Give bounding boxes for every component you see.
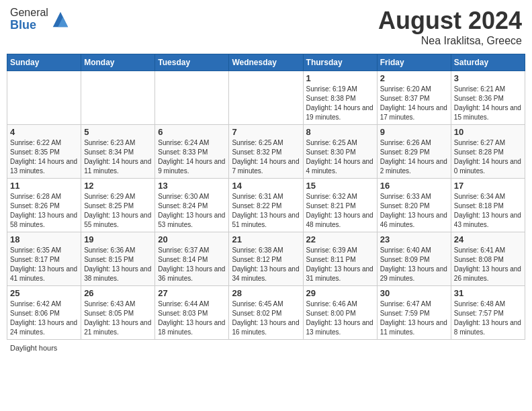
day-number: 11 [10,181,78,191]
calendar-cell: 13Sunrise: 6:30 AMSunset: 8:24 PMDayligh… [155,179,229,232]
logo: General Blue [10,7,71,32]
day-number: 29 [306,288,374,298]
calendar-table: SundayMondayTuesdayWednesdayThursdayFrid… [7,54,525,340]
calendar-cell [81,71,155,125]
day-info: Sunrise: 6:24 AMSunset: 8:33 PMDaylight:… [158,138,226,176]
day-of-week-header: Thursday [303,54,377,71]
day-of-week-header: Monday [81,54,155,71]
day-number: 28 [232,288,300,298]
day-number: 20 [158,234,226,244]
calendar-cell: 12Sunrise: 6:29 AMSunset: 8:25 PMDayligh… [81,179,155,232]
day-info: Sunrise: 6:27 AMSunset: 8:28 PMDaylight:… [454,138,522,176]
day-info: Sunrise: 6:35 AMSunset: 8:17 PMDaylight:… [10,246,78,283]
day-info: Sunrise: 6:38 AMSunset: 8:12 PMDaylight:… [232,246,300,283]
calendar-cell: 6Sunrise: 6:24 AMSunset: 8:33 PMDaylight… [155,125,229,179]
calendar-cell [229,71,303,125]
calendar-week-row: 25Sunrise: 6:42 AMSunset: 8:06 PMDayligh… [7,286,525,340]
logo-general-text: General [10,7,48,18]
day-number: 31 [454,288,522,298]
calendar-cell: 26Sunrise: 6:43 AMSunset: 8:05 PMDayligh… [81,286,155,340]
calendar-cell: 23Sunrise: 6:40 AMSunset: 8:09 PMDayligh… [377,232,451,286]
day-number: 3 [454,73,522,83]
calendar-cell: 22Sunrise: 6:39 AMSunset: 8:11 PMDayligh… [303,232,377,286]
day-info: Sunrise: 6:40 AMSunset: 8:09 PMDaylight:… [380,246,448,283]
day-info: Sunrise: 6:26 AMSunset: 8:29 PMDaylight:… [380,138,448,176]
day-info: Sunrise: 6:33 AMSunset: 8:20 PMDaylight:… [380,192,448,230]
day-info: Sunrise: 6:36 AMSunset: 8:15 PMDaylight:… [84,246,152,283]
day-info: Sunrise: 6:37 AMSunset: 8:14 PMDaylight:… [158,246,226,283]
day-number: 10 [454,127,522,137]
day-number: 2 [380,73,448,83]
day-info: Sunrise: 6:22 AMSunset: 8:35 PMDaylight:… [10,138,78,176]
day-info: Sunrise: 6:47 AMSunset: 7:59 PMDaylight:… [380,300,448,337]
calendar-cell: 4Sunrise: 6:22 AMSunset: 8:35 PMDaylight… [7,125,81,179]
calendar-cell [7,71,81,125]
calendar-cell: 5Sunrise: 6:23 AMSunset: 8:34 PMDaylight… [81,125,155,179]
day-number: 19 [84,234,152,244]
day-of-week-header: Saturday [451,54,525,71]
day-info: Sunrise: 6:41 AMSunset: 8:08 PMDaylight:… [454,246,522,283]
calendar-header: SundayMondayTuesdayWednesdayThursdayFrid… [7,54,525,71]
calendar-cell: 20Sunrise: 6:37 AMSunset: 8:14 PMDayligh… [155,232,229,286]
calendar-week-row: 11Sunrise: 6:28 AMSunset: 8:26 PMDayligh… [7,179,525,232]
day-info: Sunrise: 6:23 AMSunset: 8:34 PMDaylight:… [84,138,152,176]
day-info: Sunrise: 6:42 AMSunset: 8:06 PMDaylight:… [10,300,78,337]
calendar-cell: 27Sunrise: 6:44 AMSunset: 8:03 PMDayligh… [155,286,229,340]
day-number: 15 [306,181,374,191]
day-number: 18 [10,234,78,244]
day-info: Sunrise: 6:48 AMSunset: 7:57 PMDaylight:… [454,300,522,337]
calendar-week-row: 4Sunrise: 6:22 AMSunset: 8:35 PMDaylight… [7,125,525,179]
day-number: 4 [10,127,78,137]
day-info: Sunrise: 6:28 AMSunset: 8:26 PMDaylight:… [10,192,78,230]
day-info: Sunrise: 6:19 AMSunset: 8:38 PMDaylight:… [306,85,374,122]
day-info: Sunrise: 6:45 AMSunset: 8:02 PMDaylight:… [232,300,300,337]
day-number: 12 [84,181,152,191]
day-number: 27 [158,288,226,298]
day-info: Sunrise: 6:43 AMSunset: 8:05 PMDaylight:… [84,300,152,337]
calendar-cell: 31Sunrise: 6:48 AMSunset: 7:57 PMDayligh… [451,286,525,340]
day-number: 14 [232,181,300,191]
day-info: Sunrise: 6:46 AMSunset: 8:00 PMDaylight:… [306,300,374,337]
calendar-cell: 15Sunrise: 6:32 AMSunset: 8:21 PMDayligh… [303,179,377,232]
day-info: Sunrise: 6:25 AMSunset: 8:32 PMDaylight:… [232,138,300,176]
calendar-subtitle: Nea Iraklitsa, Greece [378,35,522,47]
day-number: 13 [158,181,226,191]
day-info: Sunrise: 6:20 AMSunset: 8:37 PMDaylight:… [380,85,448,122]
day-info: Sunrise: 6:25 AMSunset: 8:30 PMDaylight:… [306,138,374,176]
day-number: 1 [306,73,374,83]
calendar-cell: 10Sunrise: 6:27 AMSunset: 8:28 PMDayligh… [451,125,525,179]
day-of-week-header: Sunday [7,54,81,71]
calendar-cell: 11Sunrise: 6:28 AMSunset: 8:26 PMDayligh… [7,179,81,232]
day-number: 26 [84,288,152,298]
calendar-cell: 1Sunrise: 6:19 AMSunset: 8:38 PMDaylight… [303,71,377,125]
logo-blue-text: Blue [10,18,36,32]
calendar-cell: 9Sunrise: 6:26 AMSunset: 8:29 PMDaylight… [377,125,451,179]
day-number: 6 [158,127,226,137]
day-info: Sunrise: 6:44 AMSunset: 8:03 PMDaylight:… [158,300,226,337]
day-of-week-header: Friday [377,54,451,71]
calendar-cell: 30Sunrise: 6:47 AMSunset: 7:59 PMDayligh… [377,286,451,340]
calendar-week-row: 1Sunrise: 6:19 AMSunset: 8:38 PMDaylight… [7,71,525,125]
calendar-cell: 21Sunrise: 6:38 AMSunset: 8:12 PMDayligh… [229,232,303,286]
page-header: General Blue August 2024 Nea Iraklitsa, … [7,7,525,47]
logo-icon [50,9,71,30]
calendar-cell: 8Sunrise: 6:25 AMSunset: 8:30 PMDaylight… [303,125,377,179]
calendar-cell: 14Sunrise: 6:31 AMSunset: 8:22 PMDayligh… [229,179,303,232]
day-number: 5 [84,127,152,137]
calendar-cell: 19Sunrise: 6:36 AMSunset: 8:15 PMDayligh… [81,232,155,286]
day-info: Sunrise: 6:21 AMSunset: 8:36 PMDaylight:… [454,85,522,122]
day-number: 30 [380,288,448,298]
day-number: 22 [306,234,374,244]
day-of-week-header: Wednesday [229,54,303,71]
calendar-cell: 24Sunrise: 6:41 AMSunset: 8:08 PMDayligh… [451,232,525,286]
calendar-cell: 7Sunrise: 6:25 AMSunset: 8:32 PMDaylight… [229,125,303,179]
day-number: 16 [380,181,448,191]
day-number: 24 [454,234,522,244]
calendar-cell: 17Sunrise: 6:34 AMSunset: 8:18 PMDayligh… [451,179,525,232]
calendar-cell: 29Sunrise: 6:46 AMSunset: 8:00 PMDayligh… [303,286,377,340]
day-number: 9 [380,127,448,137]
calendar-cell: 18Sunrise: 6:35 AMSunset: 8:17 PMDayligh… [7,232,81,286]
calendar-title: August 2024 [378,7,522,35]
calendar-cell: 2Sunrise: 6:20 AMSunset: 8:37 PMDaylight… [377,71,451,125]
day-info: Sunrise: 6:30 AMSunset: 8:24 PMDaylight:… [158,192,226,230]
